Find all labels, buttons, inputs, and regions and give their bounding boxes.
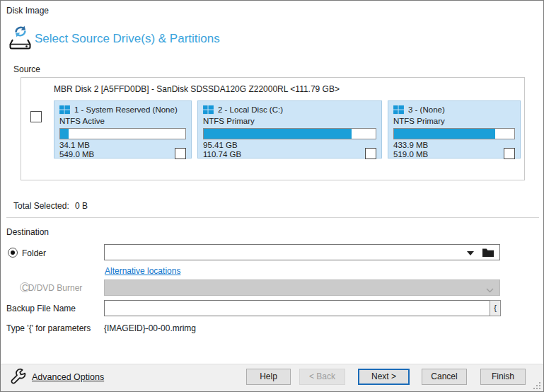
resize-grip[interactable] — [533, 381, 541, 390]
page-title: Select Source Drive(s) & Partitions — [35, 32, 220, 46]
parameters-brace-button[interactable]: { — [490, 300, 501, 316]
windows-logo-icon — [393, 105, 404, 115]
back-button[interactable]: < Back — [299, 369, 345, 385]
partition-tile-1[interactable]: 1 - System Reserved (None) NTFS Active 3… — [54, 100, 192, 158]
partition-checkbox-2[interactable] — [365, 148, 376, 159]
destination-section-label: Destination — [6, 227, 49, 237]
partition-usage-fill — [60, 129, 69, 139]
partition-name: 3 - (None) — [408, 105, 445, 114]
folder-path-combobox[interactable] — [104, 244, 500, 260]
partition-used: 95.41 GB — [203, 141, 241, 150]
partition-filesystem: NTFS Primary — [393, 117, 515, 127]
disk-image-dialog: Disk Image Select Source Drive(s) & Part… — [0, 0, 544, 392]
page-caption: Disk Image — [6, 6, 49, 16]
next-button[interactable]: Next > — [358, 369, 410, 385]
folder-radio-label: Folder — [22, 248, 46, 258]
chevron-down-icon — [486, 285, 494, 295]
disk-sync-icon — [7, 25, 34, 54]
partition-checkbox-1[interactable] — [175, 148, 186, 159]
help-button[interactable]: Help — [246, 369, 291, 385]
browse-folder-icon[interactable] — [482, 247, 494, 260]
chevron-down-icon[interactable] — [467, 251, 474, 255]
partition-usage-bar — [203, 128, 376, 139]
partition-name: 2 - Local Disc (C:) — [218, 105, 283, 114]
cancel-button[interactable]: Cancel — [422, 369, 467, 385]
disk-title: MBR Disk 2 [A5FFD0DB] - SanDisk SDSSDA12… — [54, 84, 340, 94]
backup-file-name-label: Backup File Name — [6, 304, 76, 313]
total-selected-value: 0 B — [75, 201, 88, 211]
partition-filesystem: NTFS Active — [59, 117, 186, 127]
wrench-icon — [9, 368, 28, 388]
partition-used: 433.9 MB — [393, 141, 428, 150]
disk-checkbox[interactable] — [30, 111, 42, 122]
partition-name: 1 - System Reserved (None) — [74, 105, 178, 114]
partition-size: 110.74 GB — [203, 150, 241, 159]
advanced-options-link[interactable]: Advanced Options — [32, 372, 104, 382]
partition-size: 519.0 MB — [393, 150, 428, 159]
cd-dvd-radio-label: CD/DVD Burner — [22, 283, 82, 293]
partition-usage-bar — [59, 128, 186, 139]
cd-dvd-combobox — [104, 279, 500, 296]
partition-checkbox-3[interactable] — [504, 148, 515, 159]
backup-file-name-input[interactable] — [104, 300, 490, 316]
parameters-hint-label: Type '{' for parameters — [6, 323, 91, 333]
partition-size: 549.0 MB — [59, 150, 94, 159]
windows-logo-icon — [203, 105, 214, 115]
partition-tile-2[interactable]: 2 - Local Disc (C:) NTFS Primary 95.41 G… — [197, 100, 382, 158]
source-disk-group: MBR Disk 2 [A5FFD0DB] - SanDisk SDSSDA12… — [21, 77, 525, 180]
partition-usage-bar — [393, 128, 515, 139]
source-section-label: Source — [13, 64, 40, 74]
alternative-locations-link[interactable]: Alternative locations — [105, 266, 180, 276]
finish-button[interactable]: Finish — [480, 369, 526, 385]
partition-usage-fill — [394, 129, 495, 139]
folder-radio[interactable] — [8, 248, 18, 258]
partition-tile-3[interactable]: 3 - (None) NTFS Primary 433.9 MB 519.0 M… — [388, 100, 521, 158]
total-selected-label: Total Selected: — [13, 201, 69, 211]
parameters-hint-value: {IMAGEID}-00-00.mrimg — [104, 323, 196, 333]
partition-used: 34.1 MB — [59, 141, 94, 150]
section-divider — [6, 217, 539, 218]
partition-filesystem: NTFS Primary — [203, 117, 376, 127]
windows-logo-icon — [59, 105, 70, 115]
partition-usage-fill — [204, 129, 352, 139]
